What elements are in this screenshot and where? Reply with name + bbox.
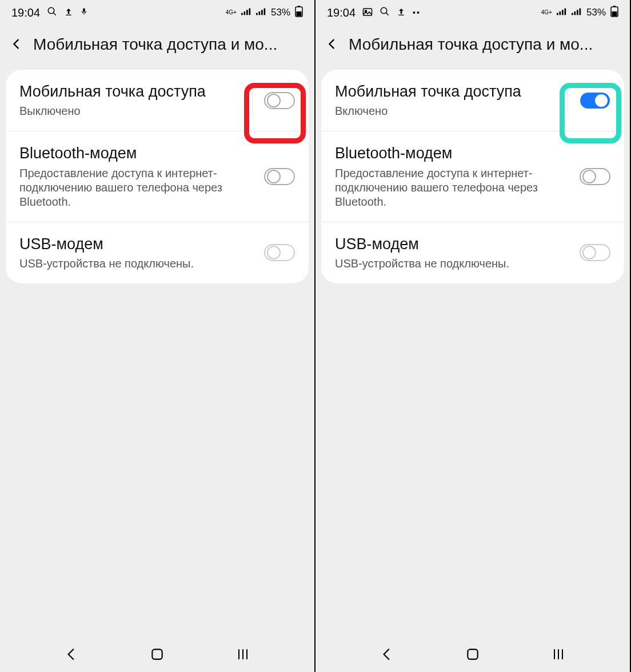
battery-icon	[295, 6, 303, 20]
app-bar: Мобильная точка доступа и мо...	[316, 25, 630, 64]
nav-home-icon[interactable]	[465, 647, 480, 664]
more-icon: ••	[413, 8, 421, 17]
row-mobile-hotspot[interactable]: Мобильная точка доступа Выключено	[6, 70, 309, 131]
settings-card: Мобильная точка доступа Выключено Blueto…	[6, 70, 309, 283]
row-title: Bluetooth-модем	[335, 144, 573, 162]
upload-icon	[397, 6, 406, 19]
nav-recents-icon[interactable]	[551, 649, 566, 662]
nav-recents-icon[interactable]	[235, 649, 250, 662]
svg-point-45	[583, 246, 596, 259]
svg-rect-2	[66, 14, 71, 15]
status-time: 19:04	[327, 6, 356, 19]
search-icon	[380, 6, 390, 19]
search-icon	[47, 6, 57, 19]
row-subtitle: USB-устройства не подключены.	[335, 257, 573, 271]
svg-point-19	[267, 246, 280, 259]
row-subtitle: Выключено	[19, 104, 245, 118]
svg-rect-5	[246, 10, 248, 15]
svg-rect-31	[562, 10, 564, 15]
signal-icon-2	[256, 7, 266, 18]
voice-icon	[80, 6, 88, 19]
svg-rect-35	[577, 10, 578, 15]
toggle-usb-modem[interactable]	[580, 244, 610, 261]
svg-rect-20	[152, 649, 162, 659]
battery-percent: 53%	[271, 7, 290, 18]
svg-point-26	[381, 7, 387, 14]
network-type-icon: 4G+	[541, 10, 552, 15]
phone-screen-right: 19:04 •• 4G+ 53%	[316, 0, 631, 672]
upload-icon	[64, 6, 73, 19]
svg-point-15	[267, 94, 280, 107]
page-title: Мобильная точка доступа и мо...	[33, 35, 304, 54]
back-icon[interactable]	[326, 35, 338, 54]
svg-rect-3	[241, 13, 243, 15]
battery-icon	[610, 6, 618, 20]
toggle-usb-modem[interactable]	[264, 244, 295, 261]
row-usb-modem[interactable]: USB-модем USB-устройства не подключены.	[321, 222, 624, 283]
nav-bar	[316, 639, 630, 672]
svg-rect-33	[572, 13, 573, 15]
signal-icon	[557, 7, 567, 18]
row-title: Мобильная точка доступа	[19, 82, 245, 101]
svg-rect-34	[574, 11, 576, 15]
app-bar: Мобильная точка доступа и мо...	[0, 25, 314, 64]
svg-point-17	[267, 170, 280, 183]
svg-rect-9	[261, 10, 263, 15]
svg-rect-29	[557, 13, 558, 15]
settings-card: Мобильная точка доступа Включено Bluetoo…	[321, 70, 624, 283]
svg-rect-6	[249, 9, 250, 15]
row-subtitle: Предоставление доступа к интернет-подклю…	[19, 166, 257, 209]
svg-rect-7	[256, 13, 258, 15]
toggle-mobile-hotspot[interactable]	[264, 92, 295, 109]
svg-rect-28	[398, 14, 404, 15]
status-bar: 19:04 4G+ 53%	[0, 0, 314, 25]
image-icon	[362, 6, 373, 19]
battery-percent: 53%	[586, 7, 606, 18]
nav-bar	[0, 639, 314, 672]
row-usb-modem[interactable]: USB-модем USB-устройства не подключены.	[6, 222, 309, 283]
row-bluetooth-modem[interactable]: Bluetooth-модем Предоставление доступа к…	[6, 131, 309, 221]
row-subtitle: Включено	[335, 104, 561, 118]
nav-back-icon[interactable]	[380, 647, 394, 664]
svg-rect-39	[612, 11, 617, 16]
row-bluetooth-modem[interactable]: Bluetooth-модем Предоставление доступа к…	[321, 131, 624, 221]
svg-rect-8	[258, 11, 260, 15]
toggle-bluetooth-modem[interactable]	[264, 168, 295, 185]
back-icon[interactable]	[10, 35, 23, 54]
row-title: USB-модем	[335, 235, 573, 253]
svg-rect-30	[559, 11, 561, 15]
page-title: Мобильная точка доступа и мо...	[349, 35, 620, 54]
phone-screen-left: 19:04 4G+ 53%	[0, 0, 316, 672]
toggle-mobile-hotspot[interactable]	[580, 92, 610, 109]
svg-rect-24	[364, 9, 372, 15]
signal-icon	[241, 7, 251, 18]
svg-line-1	[53, 13, 56, 15]
network-type-icon: 4G+	[226, 10, 237, 15]
status-time: 19:04	[11, 6, 40, 19]
row-subtitle: USB-устройства не подключены.	[19, 257, 257, 271]
svg-point-0	[48, 7, 54, 14]
svg-rect-10	[263, 9, 265, 15]
svg-rect-13	[297, 11, 302, 16]
row-subtitle: Предоставление доступа к интернет-подклю…	[335, 166, 573, 209]
svg-line-27	[386, 13, 389, 15]
svg-point-41	[595, 94, 608, 107]
nav-home-icon[interactable]	[150, 647, 165, 664]
row-title: Bluetooth-модем	[19, 144, 257, 162]
svg-rect-38	[613, 6, 616, 7]
row-title: Мобильная точка доступа	[335, 82, 561, 101]
nav-back-icon[interactable]	[64, 647, 79, 664]
status-bar: 19:04 •• 4G+ 53%	[316, 0, 630, 25]
toggle-bluetooth-modem[interactable]	[580, 168, 610, 185]
svg-rect-4	[243, 11, 245, 15]
svg-rect-12	[298, 6, 300, 7]
signal-icon-2	[572, 7, 582, 18]
svg-rect-32	[564, 9, 566, 15]
row-title: USB-модем	[19, 235, 257, 253]
svg-point-43	[583, 170, 596, 183]
svg-rect-46	[468, 649, 477, 659]
row-mobile-hotspot[interactable]: Мобильная точка доступа Включено	[321, 70, 624, 131]
svg-rect-36	[579, 9, 581, 15]
